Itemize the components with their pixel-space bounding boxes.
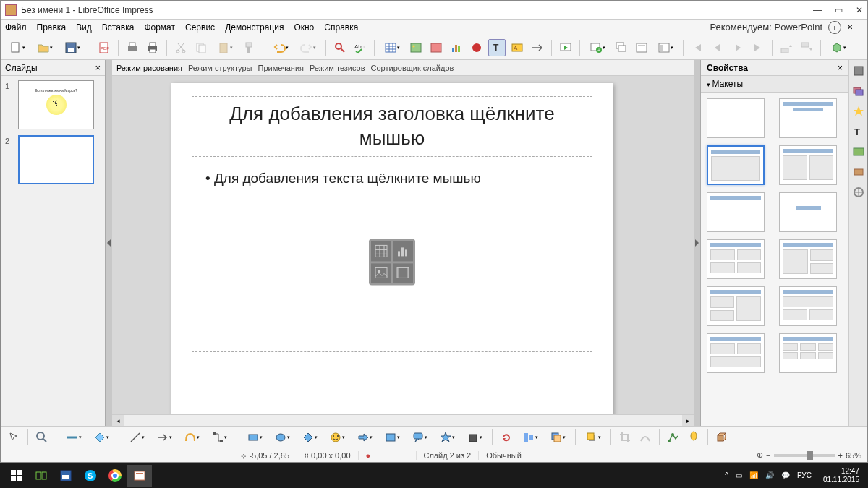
slide-design-button[interactable]: ▾ xyxy=(653,39,678,56)
menu-slideshow[interactable]: Демонстрация xyxy=(225,22,284,33)
insert-chart-icon[interactable] xyxy=(393,241,414,261)
textbox-button[interactable]: T xyxy=(488,39,506,56)
file-manager-icon[interactable] xyxy=(54,465,78,487)
layouts-section-header[interactable]: Макеты xyxy=(701,76,848,93)
close-sidebar-icon[interactable]: ✕ xyxy=(847,23,853,31)
last-slide-button[interactable] xyxy=(749,39,767,56)
next-slide-button[interactable] xyxy=(729,39,746,56)
new-slide-button[interactable]: +▾ xyxy=(585,39,610,56)
rotate-tool[interactable] xyxy=(498,429,515,446)
slide-thumb-1[interactable]: Есть ли жизнь на Марсе? xyxy=(18,80,94,129)
layout-2-1[interactable] xyxy=(707,286,765,326)
tab-outline[interactable]: Режим структуры xyxy=(188,64,252,72)
slide-thumb-2[interactable] xyxy=(18,135,94,184)
line-color-button[interactable]: ▾ xyxy=(61,429,86,446)
print-button[interactable] xyxy=(144,39,161,56)
find-button[interactable] xyxy=(331,39,349,56)
taskbar-clock[interactable]: 12:47 01.11.2015 xyxy=(819,467,864,484)
zoom-slider[interactable] xyxy=(774,454,835,457)
chrome-icon[interactable] xyxy=(103,465,127,487)
menu-insert[interactable]: Вставка xyxy=(102,22,135,33)
block-arrows-tool[interactable]: ▾ xyxy=(352,429,377,446)
gluepoints-tool[interactable] xyxy=(685,429,702,446)
slide-layout-button[interactable] xyxy=(633,39,650,56)
animation-button[interactable] xyxy=(529,39,546,56)
undo-button[interactable]: ▾ xyxy=(268,39,293,56)
info-icon[interactable]: i xyxy=(828,21,841,34)
arrange-tool[interactable]: ▾ xyxy=(545,429,570,446)
layout-title[interactable] xyxy=(779,98,837,138)
layout-centered[interactable] xyxy=(779,192,837,232)
tray-notification-icon[interactable]: 💬 xyxy=(781,471,790,479)
collapse-props-panel[interactable] xyxy=(694,60,700,426)
styles-icon[interactable] xyxy=(852,186,865,199)
spellcheck-button[interactable]: Abc xyxy=(352,39,369,56)
menu-view[interactable]: Вид xyxy=(76,22,92,33)
copy-button[interactable] xyxy=(192,39,210,56)
layout-1-2[interactable] xyxy=(779,239,837,279)
menu-format[interactable]: Формат xyxy=(144,22,175,33)
layout-top-2bottom[interactable] xyxy=(779,286,837,326)
export-pdf-button[interactable]: PDF xyxy=(95,39,113,56)
fontwork-button[interactable]: A xyxy=(509,39,526,56)
insert-table-icon[interactable] xyxy=(371,241,391,261)
curve-tool[interactable]: ▾ xyxy=(179,429,204,446)
line-tool[interactable]: ▾ xyxy=(124,429,149,446)
canvas[interactable]: Для добавления заголовка щёлкните мышью … xyxy=(112,76,694,414)
gallery-icon[interactable] xyxy=(852,145,865,158)
first-slide-button[interactable] xyxy=(689,39,706,56)
chart-button[interactable] xyxy=(448,39,465,56)
navigator-icon[interactable] xyxy=(852,166,865,179)
symbol-shapes-tool[interactable]: ▾ xyxy=(325,429,349,446)
flowchart-tool[interactable]: ▾ xyxy=(380,429,404,446)
new-button[interactable]: ▾ xyxy=(5,39,30,56)
maximize-button[interactable]: ▭ xyxy=(835,5,843,15)
layout-2x2[interactable] xyxy=(707,239,765,279)
start-button[interactable] xyxy=(4,465,29,487)
scroll-left[interactable]: ◂ xyxy=(112,415,124,427)
menu-window[interactable]: Окно xyxy=(294,22,314,33)
task-view-icon[interactable] xyxy=(29,465,54,487)
extrusion-tool[interactable] xyxy=(713,429,731,446)
properties-icon[interactable] xyxy=(852,64,865,77)
collapse-slides-panel[interactable] xyxy=(106,60,112,426)
points-tool[interactable] xyxy=(665,429,682,446)
zoom-controls[interactable]: ⊕ − + 65% xyxy=(757,450,861,460)
impress-taskbar-icon[interactable] xyxy=(127,465,152,487)
insert-video-icon[interactable] xyxy=(393,263,414,283)
zoom-tool[interactable] xyxy=(33,429,51,446)
menu-tools[interactable]: Сервис xyxy=(185,22,215,33)
table-button[interactable]: ▾ xyxy=(380,39,404,56)
zoom-value[interactable]: 65% xyxy=(846,451,861,460)
move-up-button[interactable] xyxy=(778,39,795,56)
layout-title-only[interactable] xyxy=(707,192,765,232)
paste-button[interactable]: ▾ xyxy=(213,39,237,56)
tray-wifi-icon[interactable]: 📶 xyxy=(749,471,758,479)
tray-battery-icon[interactable]: ▭ xyxy=(736,471,742,479)
hyperlink-button[interactable] xyxy=(468,39,485,56)
callout-tool[interactable]: ▾ xyxy=(407,429,432,446)
duplicate-slide-button[interactable] xyxy=(613,39,630,56)
select-tool[interactable] xyxy=(5,429,22,446)
shadow-tool[interactable]: ▾ xyxy=(581,429,605,446)
horizontal-scrollbar[interactable]: ◂ ▸ xyxy=(112,414,694,426)
prev-slide-button[interactable] xyxy=(709,39,726,56)
align-tool[interactable]: ▾ xyxy=(518,429,542,446)
cut-button[interactable] xyxy=(172,39,190,56)
tray-volume-icon[interactable]: 🔊 xyxy=(765,471,774,479)
master-pages-icon[interactable] xyxy=(852,85,865,98)
save-button[interactable]: ▾ xyxy=(60,39,85,56)
menu-edit[interactable]: Правка xyxy=(37,22,67,33)
skype-icon[interactable]: S xyxy=(78,465,103,487)
layout-blank[interactable] xyxy=(707,98,765,138)
slideshow-button[interactable] xyxy=(557,39,574,56)
3d-objects-tool[interactable]: ▾ xyxy=(462,429,487,446)
scroll-right[interactable]: ▸ xyxy=(682,415,694,427)
minimize-button[interactable]: — xyxy=(813,5,822,15)
open-button[interactable]: ▾ xyxy=(33,39,57,56)
basic-shapes-tool[interactable]: ▾ xyxy=(297,429,322,446)
tab-drawing[interactable]: Режим рисования xyxy=(116,64,182,72)
filter-tool[interactable] xyxy=(637,429,654,446)
star-tool[interactable]: ▾ xyxy=(435,429,459,446)
redo-button[interactable]: ▾ xyxy=(296,39,320,56)
